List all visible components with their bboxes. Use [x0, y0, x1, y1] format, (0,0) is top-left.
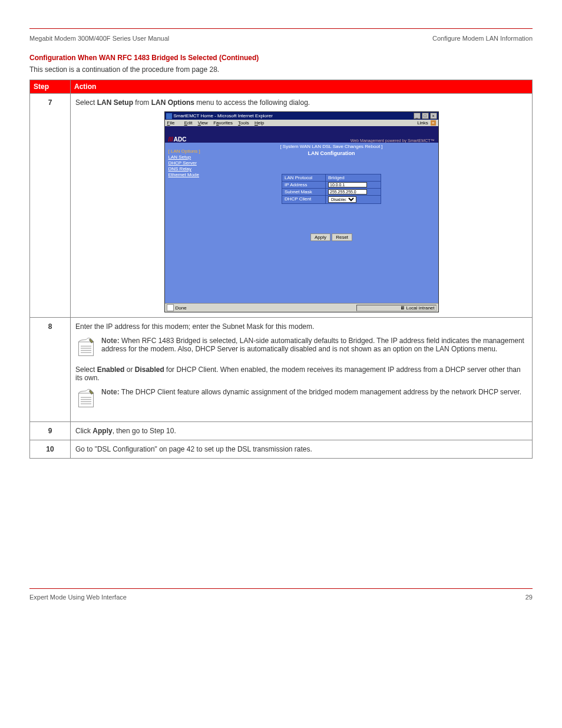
bottom-rule: [29, 588, 533, 589]
minimize-button[interactable]: _: [414, 113, 421, 119]
ip-address-label: IP Address: [282, 182, 326, 189]
maximize-button[interactable]: □: [422, 113, 429, 119]
step-action: Enter the IP address for this modem; ent…: [71, 318, 533, 422]
step-action: Go to "DSL Configuration" on page 42 to …: [71, 440, 533, 459]
svg-rect-0: [78, 342, 93, 355]
table-row: 10 Go to "DSL Configuration" on page 42 …: [30, 440, 533, 459]
page-header: Megabit Modem 300M/400F Series User Manu…: [29, 35, 533, 42]
header-right: Configure Modem LAN Information: [432, 35, 533, 42]
note-label: Note:: [101, 337, 120, 345]
ie-icon: [166, 113, 172, 119]
bold-disabled: Disabled: [135, 365, 164, 374]
ip-address-input[interactable]: [328, 182, 367, 187]
header-left: Megabit Modem 300M/400F Series User Manu…: [29, 35, 169, 42]
table-row: 8 Enter the IP address for this modem; e…: [30, 318, 533, 422]
sidebar-dns-relay[interactable]: DNS Relay: [168, 166, 222, 172]
menu-favorites[interactable]: Favorites: [213, 120, 233, 126]
step-number: 7: [30, 94, 71, 318]
step-number: 9: [30, 422, 71, 440]
col-step: Step: [30, 80, 71, 94]
security-zone: 🖥 Local intranet: [356, 305, 437, 311]
svg-rect-5: [78, 393, 93, 407]
menu-file[interactable]: File: [167, 120, 179, 126]
procedure-table: Step Action 7 Select LAN Setup from LAN …: [29, 80, 533, 459]
menu-edit[interactable]: Edit: [184, 120, 193, 126]
lan-protocol-value: Bridged: [326, 174, 381, 182]
lan-protocol-label: LAN Protocol: [282, 174, 326, 182]
menu-tools[interactable]: Tools: [238, 120, 249, 126]
top-nav[interactable]: [ System WAN LAN DSL Save Changes Reboot…: [227, 144, 436, 149]
note-label: Note:: [101, 388, 120, 396]
sidebar: [ LAN Options ] LAN Setup DHCP Server DN…: [165, 143, 225, 303]
bold-lan-options: LAN Options: [151, 98, 194, 107]
reset-button[interactable]: Reset: [332, 233, 352, 241]
step-number: 10: [30, 440, 71, 459]
note-body: The DHCP Client feature allows dynamic a…: [121, 388, 521, 396]
section-title: Configuration When WAN RFC 1483 Bridged …: [29, 54, 533, 62]
intranet-icon: 🖥: [400, 305, 405, 311]
step-action: Select LAN Setup from LAN Options menu t…: [71, 94, 533, 318]
ie-page-icon: [167, 304, 174, 311]
step8-line1: Enter the IP address for this modem; ent…: [75, 322, 527, 331]
note-body: When RFC 1483 Bridged is selected, LAN-s…: [101, 337, 524, 353]
sidebar-dhcp-server[interactable]: DHCP Server: [168, 160, 222, 166]
powered-by: Web Management powered by SmartEMCT™: [351, 139, 435, 143]
intro-text: This section is a continuation of the pr…: [29, 65, 533, 74]
lan-config-form: LAN Protocol Bridged IP Address: [282, 174, 381, 204]
subnet-mask-label: Subnet Mask: [282, 189, 326, 196]
apply-button[interactable]: Apply: [310, 233, 330, 241]
embedded-screenshot: SmartEMCT Home - Microsoft Internet Expl…: [164, 111, 439, 312]
bold-enabled: Enabled: [97, 365, 125, 374]
bold-lan-setup: LAN Setup: [97, 98, 133, 107]
status-done: Done: [176, 305, 187, 311]
lan-config-title: LAN Configuration: [227, 150, 436, 156]
footer-left: Expert Mode Using Web Interface: [29, 594, 127, 601]
dhcp-client-select[interactable]: Disabled: [328, 196, 356, 203]
dhcp-client-label: DHCP Client: [282, 196, 326, 204]
page-footer: Expert Mode Using Web Interface 29: [29, 594, 533, 601]
subnet-mask-input[interactable]: [328, 189, 367, 195]
menu-help[interactable]: Help: [254, 120, 264, 126]
browser-menubar[interactable]: File Edit View Favorites Tools Help: [167, 120, 269, 126]
window-titlebar: SmartEMCT Home - Microsoft Internet Expl…: [165, 112, 438, 120]
table-row: 7 Select LAN Setup from LAN Options menu…: [30, 94, 533, 318]
step-number: 8: [30, 318, 71, 422]
table-row: 9 Click Apply, then go to Step 10.: [30, 422, 533, 440]
menu-view[interactable]: View: [198, 120, 208, 126]
col-action: Action: [71, 80, 533, 94]
window-title: SmartEMCT Home - Microsoft Internet Expl…: [174, 113, 273, 118]
links-label: Links: [417, 120, 428, 126]
brand-logo: ADC: [168, 136, 187, 143]
note-icon: [75, 337, 97, 360]
sidebar-ethernet-mode[interactable]: Ethernet Mode: [168, 172, 222, 177]
note-icon: [75, 388, 97, 411]
go-button[interactable]: »: [431, 120, 435, 126]
top-rule: [29, 28, 533, 29]
bold-apply: Apply: [92, 427, 112, 435]
sidebar-lan-setup[interactable]: LAN Setup: [168, 154, 222, 160]
footer-right: 29: [525, 594, 533, 601]
close-button[interactable]: ×: [430, 113, 437, 119]
step-action: Click Apply, then go to Step 10.: [71, 422, 533, 440]
sidebar-heading: [ LAN Options ]: [168, 149, 222, 154]
